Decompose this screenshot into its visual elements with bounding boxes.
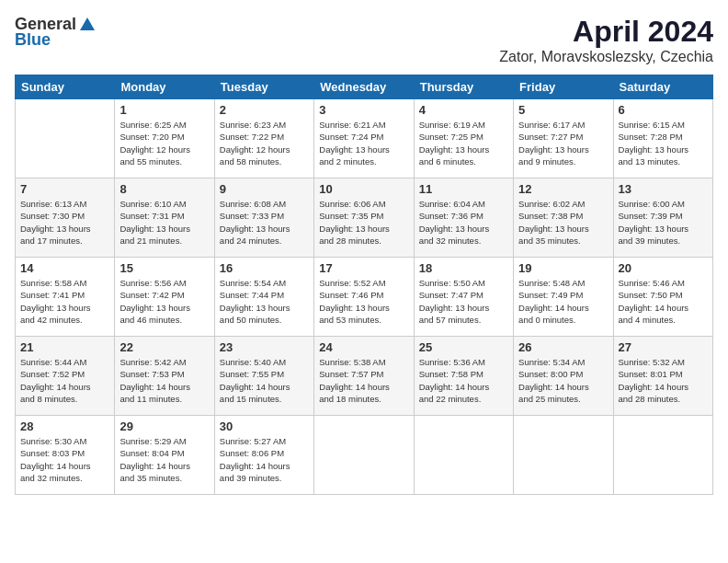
- day-number: 11: [419, 182, 508, 196]
- day-number: 1: [119, 103, 209, 117]
- table-row: 25Sunrise: 5:36 AMSunset: 7:58 PMDayligh…: [414, 337, 513, 416]
- header-tuesday: Tuesday: [214, 75, 313, 99]
- day-number: 6: [619, 103, 708, 117]
- table-row: 15Sunrise: 5:56 AMSunset: 7:42 PMDayligh…: [115, 258, 214, 337]
- table-row: 17Sunrise: 5:52 AMSunset: 7:46 PMDayligh…: [314, 258, 414, 337]
- header-wednesday: Wednesday: [314, 75, 414, 99]
- logo: General Blue: [15, 15, 97, 50]
- day-info: Sunrise: 5:30 AMSunset: 8:03 PMDaylight:…: [20, 435, 109, 484]
- day-info: Sunrise: 5:54 AMSunset: 7:44 PMDaylight:…: [220, 277, 309, 326]
- day-info: Sunrise: 5:44 AMSunset: 7:52 PMDaylight:…: [20, 356, 109, 405]
- table-row: 11Sunrise: 6:04 AMSunset: 7:36 PMDayligh…: [414, 178, 513, 258]
- table-row: 5Sunrise: 6:17 AMSunset: 7:27 PMDaylight…: [514, 99, 613, 178]
- day-info: Sunrise: 6:08 AMSunset: 7:33 PMDaylight:…: [220, 198, 309, 247]
- day-info: Sunrise: 5:48 AMSunset: 7:49 PMDaylight:…: [518, 277, 608, 326]
- svg-marker-0: [80, 17, 95, 30]
- table-row: 30Sunrise: 5:27 AMSunset: 8:06 PMDayligh…: [214, 416, 313, 495]
- table-row: 19Sunrise: 5:48 AMSunset: 7:49 PMDayligh…: [514, 258, 613, 337]
- table-row: 6Sunrise: 6:15 AMSunset: 7:28 PMDaylight…: [613, 99, 712, 178]
- day-number: 29: [119, 419, 209, 433]
- table-row: 27Sunrise: 5:32 AMSunset: 8:01 PMDayligh…: [613, 337, 712, 416]
- table-row: 21Sunrise: 5:44 AMSunset: 7:52 PMDayligh…: [16, 337, 115, 416]
- day-info: Sunrise: 6:23 AMSunset: 7:22 PMDaylight:…: [220, 119, 309, 167]
- day-info: Sunrise: 6:17 AMSunset: 7:27 PMDaylight:…: [518, 119, 608, 167]
- calendar-week-row: 7Sunrise: 6:13 AMSunset: 7:30 PMDaylight…: [16, 178, 713, 258]
- table-row: 26Sunrise: 5:34 AMSunset: 8:00 PMDayligh…: [514, 337, 613, 416]
- day-number: 4: [419, 103, 508, 117]
- table-row: 8Sunrise: 6:10 AMSunset: 7:31 PMDaylight…: [115, 178, 214, 258]
- table-row: 2Sunrise: 6:23 AMSunset: 7:22 PMDaylight…: [214, 99, 313, 178]
- location-title: Zator, Moravskoslezsky, Czechia: [499, 49, 713, 65]
- day-info: Sunrise: 6:15 AMSunset: 7:28 PMDaylight:…: [619, 119, 708, 167]
- table-row: [16, 99, 115, 178]
- day-info: Sunrise: 6:10 AMSunset: 7:31 PMDaylight:…: [119, 198, 209, 247]
- month-title: April 2024: [499, 15, 713, 49]
- day-number: 17: [319, 261, 408, 275]
- day-info: Sunrise: 5:32 AMSunset: 8:01 PMDaylight:…: [619, 356, 708, 405]
- day-number: 12: [518, 182, 608, 196]
- header-monday: Monday: [115, 75, 214, 99]
- day-number: 21: [20, 340, 109, 354]
- header-area: General Blue April 2024 Zator, Moravskos…: [15, 15, 713, 65]
- day-number: 9: [220, 182, 309, 196]
- day-number: 19: [518, 261, 608, 275]
- header-thursday: Thursday: [414, 75, 513, 99]
- day-info: Sunrise: 5:34 AMSunset: 8:00 PMDaylight:…: [518, 356, 608, 405]
- table-row: [314, 416, 414, 495]
- logo-icon: [78, 16, 97, 34]
- day-info: Sunrise: 6:19 AMSunset: 7:25 PMDaylight:…: [419, 119, 508, 167]
- table-row: 13Sunrise: 6:00 AMSunset: 7:39 PMDayligh…: [613, 178, 712, 258]
- day-info: Sunrise: 5:56 AMSunset: 7:42 PMDaylight:…: [119, 277, 209, 326]
- day-info: Sunrise: 6:25 AMSunset: 7:20 PMDaylight:…: [119, 119, 209, 167]
- day-number: 3: [319, 103, 408, 117]
- day-info: Sunrise: 6:02 AMSunset: 7:38 PMDaylight:…: [518, 198, 608, 247]
- header-friday: Friday: [514, 75, 613, 99]
- day-info: Sunrise: 6:04 AMSunset: 7:36 PMDaylight:…: [419, 198, 508, 247]
- day-number: 5: [518, 103, 608, 117]
- table-row: 12Sunrise: 6:02 AMSunset: 7:38 PMDayligh…: [514, 178, 613, 258]
- day-number: 8: [119, 182, 209, 196]
- header-sunday: Sunday: [16, 75, 115, 99]
- calendar-week-row: 1Sunrise: 6:25 AMSunset: 7:20 PMDaylight…: [16, 99, 713, 178]
- table-row: 28Sunrise: 5:30 AMSunset: 8:03 PMDayligh…: [16, 416, 115, 495]
- day-number: 23: [220, 340, 309, 354]
- table-row: [613, 416, 712, 495]
- day-info: Sunrise: 5:40 AMSunset: 7:55 PMDaylight:…: [220, 356, 309, 405]
- day-number: 22: [119, 340, 209, 354]
- day-info: Sunrise: 5:36 AMSunset: 7:58 PMDaylight:…: [419, 356, 508, 405]
- day-number: 28: [20, 419, 109, 433]
- table-row: 10Sunrise: 6:06 AMSunset: 7:35 PMDayligh…: [314, 178, 414, 258]
- table-row: 1Sunrise: 6:25 AMSunset: 7:20 PMDaylight…: [115, 99, 214, 178]
- table-row: 24Sunrise: 5:38 AMSunset: 7:57 PMDayligh…: [314, 337, 414, 416]
- day-number: 13: [619, 182, 708, 196]
- table-row: 29Sunrise: 5:29 AMSunset: 8:04 PMDayligh…: [115, 416, 214, 495]
- day-info: Sunrise: 6:21 AMSunset: 7:24 PMDaylight:…: [319, 119, 408, 167]
- day-info: Sunrise: 5:58 AMSunset: 7:41 PMDaylight:…: [20, 277, 109, 326]
- day-info: Sunrise: 5:46 AMSunset: 7:50 PMDaylight:…: [619, 277, 708, 326]
- day-number: 7: [20, 182, 109, 196]
- day-number: 16: [220, 261, 309, 275]
- table-row: 7Sunrise: 6:13 AMSunset: 7:30 PMDaylight…: [16, 178, 115, 258]
- table-row: 23Sunrise: 5:40 AMSunset: 7:55 PMDayligh…: [214, 337, 313, 416]
- day-number: 26: [518, 340, 608, 354]
- calendar-week-row: 28Sunrise: 5:30 AMSunset: 8:03 PMDayligh…: [16, 416, 713, 495]
- calendar-table: Sunday Monday Tuesday Wednesday Thursday…: [15, 75, 713, 495]
- day-number: 25: [419, 340, 508, 354]
- weekday-header-row: Sunday Monday Tuesday Wednesday Thursday…: [16, 75, 713, 99]
- table-row: 16Sunrise: 5:54 AMSunset: 7:44 PMDayligh…: [214, 258, 313, 337]
- day-info: Sunrise: 6:00 AMSunset: 7:39 PMDaylight:…: [619, 198, 708, 247]
- day-info: Sunrise: 5:50 AMSunset: 7:47 PMDaylight:…: [419, 277, 508, 326]
- table-row: 22Sunrise: 5:42 AMSunset: 7:53 PMDayligh…: [115, 337, 214, 416]
- day-info: Sunrise: 5:38 AMSunset: 7:57 PMDaylight:…: [319, 356, 408, 405]
- day-number: 14: [20, 261, 109, 275]
- day-number: 20: [619, 261, 708, 275]
- day-number: 24: [319, 340, 408, 354]
- table-row: 9Sunrise: 6:08 AMSunset: 7:33 PMDaylight…: [214, 178, 313, 258]
- table-row: [514, 416, 613, 495]
- table-row: 3Sunrise: 6:21 AMSunset: 7:24 PMDaylight…: [314, 99, 414, 178]
- day-number: 18: [419, 261, 508, 275]
- table-row: 14Sunrise: 5:58 AMSunset: 7:41 PMDayligh…: [16, 258, 115, 337]
- logo-blue-text: Blue: [15, 30, 51, 50]
- table-row: 4Sunrise: 6:19 AMSunset: 7:25 PMDaylight…: [414, 99, 513, 178]
- header-saturday: Saturday: [613, 75, 712, 99]
